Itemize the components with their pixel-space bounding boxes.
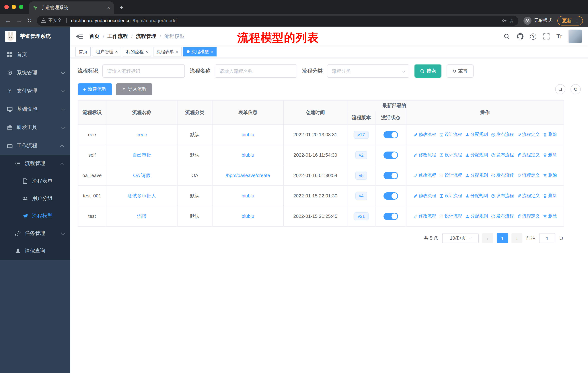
close-icon[interactable]: ×: [176, 49, 178, 54]
version-badge[interactable]: v17: [354, 131, 368, 139]
process-id-input[interactable]: [102, 64, 185, 78]
search-button[interactable]: 搜索: [414, 64, 441, 78]
sidebar-item-process-management[interactable]: 流程管理: [0, 155, 70, 172]
sidebar-item-devtools[interactable]: 研发工具: [0, 118, 70, 137]
action-process-definition-link[interactable]: 流程定义: [517, 172, 540, 179]
user-avatar[interactable]: [568, 30, 582, 43]
active-toggle[interactable]: [383, 172, 398, 179]
action-modify-process-link[interactable]: 修改流程: [413, 193, 436, 199]
new-tab-button[interactable]: +: [120, 4, 123, 12]
action-delete-link[interactable]: 删除: [543, 131, 557, 138]
form-info-link[interactable]: /bpm/oa/leave/create: [226, 173, 270, 178]
process-name-input[interactable]: [215, 64, 297, 78]
goto-page-input[interactable]: [539, 233, 555, 243]
window-zoom-button[interactable]: [19, 5, 23, 9]
sidebar-item-process-form[interactable]: 流程表单: [0, 172, 70, 190]
process-name-link[interactable]: 滔博: [137, 213, 147, 219]
tag-process-form[interactable]: 流程表单×: [153, 47, 181, 56]
sidebar-item-system[interactable]: 系统管理: [0, 64, 70, 82]
page-size-select[interactable]: 10条/页: [442, 233, 479, 243]
breadcrumb-home[interactable]: 首页: [89, 33, 100, 40]
browser-menu-icon[interactable]: ⋮: [575, 18, 580, 23]
browser-tab[interactable]: 芋道管理系统 ×: [29, 1, 114, 14]
tag-home[interactable]: 首页: [75, 47, 91, 56]
help-icon[interactable]: ?: [530, 33, 536, 40]
action-publish-process-link[interactable]: 发布流程: [491, 152, 514, 158]
action-modify-process-link[interactable]: 修改流程: [413, 152, 436, 158]
next-page-button[interactable]: ›: [511, 233, 522, 243]
sidebar-item-payment[interactable]: ¥ 支付管理: [0, 82, 70, 100]
bookmark-star-icon[interactable]: ☆: [509, 17, 514, 24]
sidebar-item-workflow[interactable]: 工作流程: [0, 137, 70, 155]
fullscreen-icon[interactable]: [543, 33, 550, 40]
active-toggle[interactable]: [383, 151, 398, 159]
sidebar-item-process-model[interactable]: 流程模型: [0, 207, 70, 225]
prev-page-button[interactable]: ‹: [482, 233, 493, 243]
reset-button[interactable]: ↻ 重置: [447, 64, 473, 78]
process-name-link[interactable]: OA 请假: [133, 172, 150, 178]
refresh-table-button[interactable]: ↻: [570, 84, 581, 94]
sidebar-collapse-icon[interactable]: [76, 33, 84, 40]
category-select[interactable]: [327, 64, 409, 78]
form-info-link[interactable]: biubiu: [242, 193, 254, 199]
version-badge[interactable]: v21: [354, 212, 368, 220]
process-name-link[interactable]: 自己审批: [132, 152, 151, 158]
close-icon[interactable]: ×: [211, 49, 213, 54]
window-close-button[interactable]: [4, 5, 9, 9]
action-assign-rule-link[interactable]: 分配规则: [465, 193, 488, 199]
action-design-process-link[interactable]: 设计流程: [439, 193, 462, 199]
process-name-link[interactable]: 测试多审批人: [128, 193, 156, 198]
action-assign-rule-link[interactable]: 分配规则: [465, 172, 488, 179]
action-delete-link[interactable]: 删除: [543, 213, 557, 219]
active-toggle[interactable]: [383, 212, 398, 220]
action-modify-process-link[interactable]: 修改流程: [413, 131, 436, 138]
sidebar-item-task-management[interactable]: 任务管理: [0, 225, 70, 242]
sidebar-item-leave-query[interactable]: 请假查询: [0, 242, 70, 260]
form-info-link[interactable]: biubiu: [242, 132, 254, 137]
action-delete-link[interactable]: 删除: [543, 172, 557, 179]
tag-my-process[interactable]: 我的流程×: [123, 47, 151, 56]
import-process-button[interactable]: 导入流程: [116, 83, 152, 95]
sidebar-item-home[interactable]: 首页: [0, 46, 70, 64]
breadcrumb-process-management[interactable]: 流程管理: [136, 33, 156, 40]
action-publish-process-link[interactable]: 发布流程: [491, 172, 514, 179]
form-info-link[interactable]: biubiu: [242, 152, 254, 158]
action-assign-rule-link[interactable]: 分配规则: [465, 131, 488, 138]
browser-forward-button[interactable]: →: [16, 18, 22, 23]
sidebar-item-infrastructure[interactable]: 基础设施: [0, 100, 70, 118]
close-icon[interactable]: ×: [146, 49, 148, 54]
process-name-link[interactable]: eeee: [136, 132, 147, 137]
action-design-process-link[interactable]: 设计流程: [439, 172, 462, 179]
action-modify-process-link[interactable]: 修改流程: [413, 213, 436, 219]
action-design-process-link[interactable]: 设计流程: [439, 152, 462, 158]
version-badge[interactable]: v4: [355, 192, 367, 200]
action-publish-process-link[interactable]: 发布流程: [491, 213, 514, 219]
logo[interactable]: 芋道管理系统: [0, 27, 70, 46]
password-key-icon[interactable]: [501, 18, 507, 23]
window-minimize-button[interactable]: [12, 5, 16, 9]
active-toggle[interactable]: [383, 192, 398, 200]
font-size-icon[interactable]: TT: [556, 33, 562, 40]
update-button[interactable]: 更新 ⋮: [557, 16, 583, 25]
action-process-definition-link[interactable]: 流程定义: [517, 131, 540, 138]
form-info-link[interactable]: biubiu: [242, 213, 254, 219]
action-publish-process-link[interactable]: 发布流程: [491, 131, 514, 138]
action-design-process-link[interactable]: 设计流程: [439, 131, 462, 138]
action-delete-link[interactable]: 删除: [543, 193, 557, 199]
action-design-process-link[interactable]: 设计流程: [439, 213, 462, 219]
action-modify-process-link[interactable]: 修改流程: [413, 172, 436, 179]
tag-tenant-management[interactable]: 租户管理×: [93, 47, 121, 56]
address-bar[interactable]: 不安全 dashboard.yudao.iocoder.cn/bpm/manag…: [37, 15, 518, 26]
show-search-button[interactable]: [555, 84, 565, 94]
action-assign-rule-link[interactable]: 分配规则: [465, 152, 488, 158]
action-process-definition-link[interactable]: 流程定义: [517, 213, 540, 219]
tag-process-model[interactable]: 流程模型×: [183, 47, 217, 56]
page-1-button[interactable]: 1: [497, 233, 508, 243]
sidebar-item-user-group[interactable]: 用户分组: [0, 190, 70, 207]
tab-close-icon[interactable]: ×: [107, 5, 110, 10]
create-process-button[interactable]: + 新建流程: [78, 83, 112, 95]
close-icon[interactable]: ×: [115, 49, 118, 54]
active-toggle[interactable]: [383, 131, 398, 138]
version-badge[interactable]: v2: [355, 151, 367, 159]
breadcrumb-workflow[interactable]: 工作流程: [107, 33, 128, 40]
